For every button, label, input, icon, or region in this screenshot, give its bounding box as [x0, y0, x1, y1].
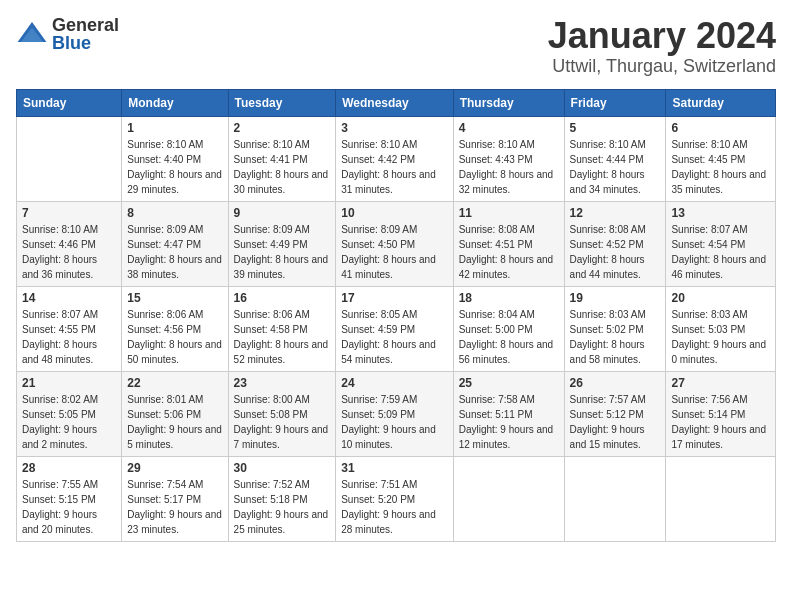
logo-blue-text: Blue — [52, 34, 119, 52]
day-info: Sunrise: 8:07 AMSunset: 4:55 PMDaylight:… — [22, 307, 116, 367]
calendar-cell: 18Sunrise: 8:04 AMSunset: 5:00 PMDayligh… — [453, 286, 564, 371]
calendar-cell: 2Sunrise: 8:10 AMSunset: 4:41 PMDaylight… — [228, 116, 336, 201]
day-number: 17 — [341, 291, 447, 305]
day-info: Sunrise: 7:57 AMSunset: 5:12 PMDaylight:… — [570, 392, 661, 452]
day-number: 2 — [234, 121, 331, 135]
calendar-title: January 2024 — [548, 16, 776, 56]
day-info: Sunrise: 8:07 AMSunset: 4:54 PMDaylight:… — [671, 222, 770, 282]
day-number: 11 — [459, 206, 559, 220]
calendar-cell: 14Sunrise: 8:07 AMSunset: 4:55 PMDayligh… — [17, 286, 122, 371]
day-info: Sunrise: 8:08 AMSunset: 4:51 PMDaylight:… — [459, 222, 559, 282]
calendar-cell: 31Sunrise: 7:51 AMSunset: 5:20 PMDayligh… — [336, 456, 453, 541]
calendar-body: 1Sunrise: 8:10 AMSunset: 4:40 PMDaylight… — [17, 116, 776, 541]
day-info: Sunrise: 7:59 AMSunset: 5:09 PMDaylight:… — [341, 392, 447, 452]
day-number: 20 — [671, 291, 770, 305]
day-info: Sunrise: 7:52 AMSunset: 5:18 PMDaylight:… — [234, 477, 331, 537]
day-number: 19 — [570, 291, 661, 305]
calendar-cell: 13Sunrise: 8:07 AMSunset: 4:54 PMDayligh… — [666, 201, 776, 286]
day-number: 28 — [22, 461, 116, 475]
day-number: 13 — [671, 206, 770, 220]
logo: General Blue — [16, 16, 119, 52]
day-number: 12 — [570, 206, 661, 220]
day-header-friday: Friday — [564, 89, 666, 116]
day-number: 31 — [341, 461, 447, 475]
day-info: Sunrise: 8:10 AMSunset: 4:40 PMDaylight:… — [127, 137, 222, 197]
day-number: 22 — [127, 376, 222, 390]
calendar-cell: 9Sunrise: 8:09 AMSunset: 4:49 PMDaylight… — [228, 201, 336, 286]
day-number: 7 — [22, 206, 116, 220]
day-number: 5 — [570, 121, 661, 135]
calendar-week-row: 28Sunrise: 7:55 AMSunset: 5:15 PMDayligh… — [17, 456, 776, 541]
day-number: 25 — [459, 376, 559, 390]
day-info: Sunrise: 8:10 AMSunset: 4:44 PMDaylight:… — [570, 137, 661, 197]
day-number: 24 — [341, 376, 447, 390]
day-info: Sunrise: 8:10 AMSunset: 4:41 PMDaylight:… — [234, 137, 331, 197]
day-number: 3 — [341, 121, 447, 135]
day-header-sunday: Sunday — [17, 89, 122, 116]
day-info: Sunrise: 8:04 AMSunset: 5:00 PMDaylight:… — [459, 307, 559, 367]
calendar-cell: 11Sunrise: 8:08 AMSunset: 4:51 PMDayligh… — [453, 201, 564, 286]
page-header: General Blue January 2024 Uttwil, Thurga… — [16, 16, 776, 77]
day-number: 16 — [234, 291, 331, 305]
day-info: Sunrise: 8:06 AMSunset: 4:58 PMDaylight:… — [234, 307, 331, 367]
day-header-monday: Monday — [122, 89, 228, 116]
day-header-tuesday: Tuesday — [228, 89, 336, 116]
calendar-cell: 24Sunrise: 7:59 AMSunset: 5:09 PMDayligh… — [336, 371, 453, 456]
calendar-cell: 12Sunrise: 8:08 AMSunset: 4:52 PMDayligh… — [564, 201, 666, 286]
day-header-saturday: Saturday — [666, 89, 776, 116]
day-number: 8 — [127, 206, 222, 220]
day-number: 6 — [671, 121, 770, 135]
calendar-cell: 21Sunrise: 8:02 AMSunset: 5:05 PMDayligh… — [17, 371, 122, 456]
day-info: Sunrise: 8:10 AMSunset: 4:45 PMDaylight:… — [671, 137, 770, 197]
day-info: Sunrise: 7:55 AMSunset: 5:15 PMDaylight:… — [22, 477, 116, 537]
logo-icon — [16, 18, 48, 50]
calendar-cell: 23Sunrise: 8:00 AMSunset: 5:08 PMDayligh… — [228, 371, 336, 456]
calendar-header-row: SundayMondayTuesdayWednesdayThursdayFrid… — [17, 89, 776, 116]
calendar-week-row: 21Sunrise: 8:02 AMSunset: 5:05 PMDayligh… — [17, 371, 776, 456]
calendar-cell: 29Sunrise: 7:54 AMSunset: 5:17 PMDayligh… — [122, 456, 228, 541]
day-info: Sunrise: 8:03 AMSunset: 5:02 PMDaylight:… — [570, 307, 661, 367]
day-info: Sunrise: 8:09 AMSunset: 4:49 PMDaylight:… — [234, 222, 331, 282]
day-number: 10 — [341, 206, 447, 220]
day-number: 18 — [459, 291, 559, 305]
day-number: 14 — [22, 291, 116, 305]
day-info: Sunrise: 8:09 AMSunset: 4:47 PMDaylight:… — [127, 222, 222, 282]
day-number: 30 — [234, 461, 331, 475]
calendar-cell: 1Sunrise: 8:10 AMSunset: 4:40 PMDaylight… — [122, 116, 228, 201]
calendar-cell: 25Sunrise: 7:58 AMSunset: 5:11 PMDayligh… — [453, 371, 564, 456]
calendar-cell: 30Sunrise: 7:52 AMSunset: 5:18 PMDayligh… — [228, 456, 336, 541]
day-info: Sunrise: 8:06 AMSunset: 4:56 PMDaylight:… — [127, 307, 222, 367]
day-info: Sunrise: 8:09 AMSunset: 4:50 PMDaylight:… — [341, 222, 447, 282]
day-info: Sunrise: 8:05 AMSunset: 4:59 PMDaylight:… — [341, 307, 447, 367]
calendar-cell: 15Sunrise: 8:06 AMSunset: 4:56 PMDayligh… — [122, 286, 228, 371]
calendar-cell: 3Sunrise: 8:10 AMSunset: 4:42 PMDaylight… — [336, 116, 453, 201]
day-info: Sunrise: 7:54 AMSunset: 5:17 PMDaylight:… — [127, 477, 222, 537]
calendar-cell: 5Sunrise: 8:10 AMSunset: 4:44 PMDaylight… — [564, 116, 666, 201]
calendar-cell: 7Sunrise: 8:10 AMSunset: 4:46 PMDaylight… — [17, 201, 122, 286]
calendar-cell: 17Sunrise: 8:05 AMSunset: 4:59 PMDayligh… — [336, 286, 453, 371]
calendar-cell — [453, 456, 564, 541]
day-number: 15 — [127, 291, 222, 305]
calendar-cell: 20Sunrise: 8:03 AMSunset: 5:03 PMDayligh… — [666, 286, 776, 371]
day-info: Sunrise: 8:10 AMSunset: 4:46 PMDaylight:… — [22, 222, 116, 282]
calendar-cell: 26Sunrise: 7:57 AMSunset: 5:12 PMDayligh… — [564, 371, 666, 456]
calendar-week-row: 7Sunrise: 8:10 AMSunset: 4:46 PMDaylight… — [17, 201, 776, 286]
day-info: Sunrise: 7:56 AMSunset: 5:14 PMDaylight:… — [671, 392, 770, 452]
day-header-wednesday: Wednesday — [336, 89, 453, 116]
calendar-cell: 16Sunrise: 8:06 AMSunset: 4:58 PMDayligh… — [228, 286, 336, 371]
title-block: January 2024 Uttwil, Thurgau, Switzerlan… — [548, 16, 776, 77]
day-info: Sunrise: 8:10 AMSunset: 4:42 PMDaylight:… — [341, 137, 447, 197]
calendar-week-row: 1Sunrise: 8:10 AMSunset: 4:40 PMDaylight… — [17, 116, 776, 201]
calendar-cell: 27Sunrise: 7:56 AMSunset: 5:14 PMDayligh… — [666, 371, 776, 456]
day-header-thursday: Thursday — [453, 89, 564, 116]
calendar-cell — [17, 116, 122, 201]
logo-general-text: General — [52, 16, 119, 34]
calendar-cell: 6Sunrise: 8:10 AMSunset: 4:45 PMDaylight… — [666, 116, 776, 201]
day-number: 23 — [234, 376, 331, 390]
calendar-subtitle: Uttwil, Thurgau, Switzerland — [548, 56, 776, 77]
day-info: Sunrise: 8:03 AMSunset: 5:03 PMDaylight:… — [671, 307, 770, 367]
day-number: 4 — [459, 121, 559, 135]
day-info: Sunrise: 8:01 AMSunset: 5:06 PMDaylight:… — [127, 392, 222, 452]
day-number: 29 — [127, 461, 222, 475]
day-info: Sunrise: 7:58 AMSunset: 5:11 PMDaylight:… — [459, 392, 559, 452]
